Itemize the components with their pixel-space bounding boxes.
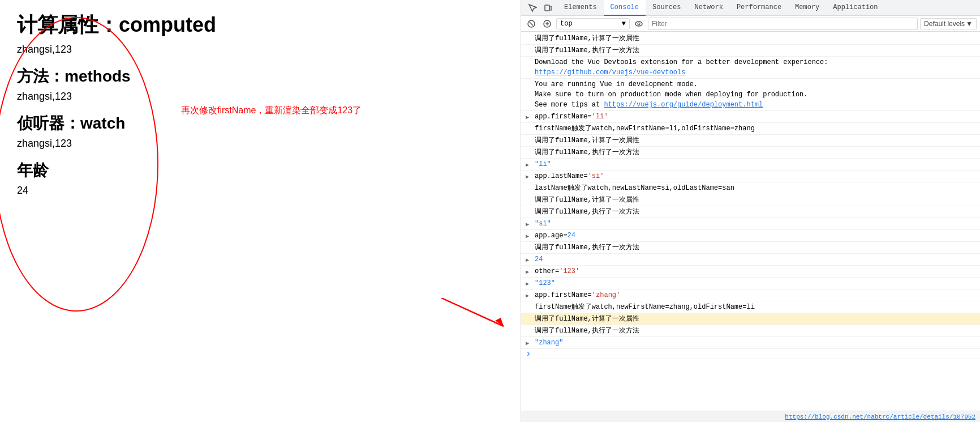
console-line-value-24[interactable]: 24 (521, 254, 980, 266)
console-line: lastName触发了watch,newLastName=si,oldLastN… (521, 182, 980, 194)
heading-computed: 计算属性：computed (17, 11, 504, 39)
console-line: 调用了fullName,执行了一次方法 (521, 45, 980, 57)
console-line: 调用了fullName,执行了一次方法 (521, 325, 980, 337)
value-age: 24 (17, 185, 504, 197)
tab-performance[interactable]: Performance (730, 0, 788, 16)
console-input-line[interactable] (521, 349, 980, 359)
context-selector[interactable]: top ▼ (556, 18, 630, 29)
svg-line-5 (530, 22, 533, 25)
devtools-tab-bar: Elements Console Sources Network Perform… (521, 0, 980, 16)
console-line-value-si[interactable]: "si" (521, 218, 980, 230)
devtools-left-icons (526, 1, 555, 15)
heading-methods: 方法：methods (17, 66, 504, 87)
tab-elements[interactable]: Elements (557, 0, 604, 16)
console-line-devtools-link: Download the Vue Devtools extension for … (521, 57, 980, 79)
inspect-icon[interactable] (526, 1, 539, 15)
value-watch: zhangsi,123 (17, 138, 504, 150)
vue-deployment-link[interactable]: https://vuejs.org/guide/deployment.html (604, 101, 763, 109)
svg-point-9 (635, 22, 642, 26)
value-methods: zhangsi,123 (17, 91, 504, 103)
devtools-panel: Elements Console Sources Network Perform… (521, 0, 980, 422)
svg-point-10 (638, 23, 640, 25)
console-line: 调用了fullName,计算了一次属性 (521, 135, 980, 147)
left-panel: 再次修改firstName，重新渲染全部变成123了 计算属性：computed… (0, 0, 521, 422)
svg-line-0 (441, 298, 504, 326)
console-line: You are running Vue in development mode.… (521, 79, 980, 111)
eye-icon[interactable] (632, 17, 646, 31)
statusbar-link[interactable]: https://blog.csdn.net/nabtrc/article/det… (785, 414, 975, 420)
console-line-expandable[interactable]: app.age=24 (521, 230, 980, 242)
console-line: 调用了fullName,执行了一次方法 (521, 206, 980, 218)
tab-application[interactable]: Application (826, 0, 884, 16)
tab-memory[interactable]: Memory (788, 0, 826, 16)
device-toolbar-icon[interactable] (541, 1, 555, 15)
tab-sources[interactable]: Sources (646, 0, 687, 16)
console-line-highlighted: 调用了fullName,计算了一次属性 (521, 313, 980, 325)
preserve-log-icon[interactable] (540, 17, 554, 31)
console-toolbar: top ▼ Default levels ▼ (521, 16, 980, 32)
console-line: 调用了fullName,执行了一次方法 (521, 147, 980, 159)
console-line: 调用了fullName,执行了一次方法 (521, 242, 980, 254)
devtools-statusbar: https://blog.csdn.net/nabtrc/article/det… (521, 411, 980, 422)
default-levels-button[interactable]: Default levels ▼ (920, 18, 977, 29)
console-line-value-li[interactable]: "li" (521, 159, 980, 170)
clear-console-icon[interactable] (525, 17, 538, 31)
console-line-expandable[interactable]: app.firstName='li' (521, 111, 980, 123)
console-line-value-zhang[interactable]: "zhang" (521, 337, 980, 349)
svg-rect-3 (550, 6, 552, 10)
red-arrow-annotation (441, 298, 509, 334)
tab-network[interactable]: Network (687, 0, 729, 16)
console-line-value-123[interactable]: "123" (521, 278, 980, 289)
console-line: firstName触发了watch,newFirstName=li,oldFir… (521, 123, 980, 135)
svg-rect-2 (545, 5, 549, 11)
annotation-text: 再次修改firstName，重新渲染全部变成123了 (181, 105, 362, 117)
console-output[interactable]: 调用了fullName,计算了一次属性 调用了fullName,执行了一次方法 … (521, 32, 980, 411)
console-line: firstName触发了watch,newFirstName=zhang,old… (521, 301, 980, 313)
console-line: 调用了fullName,计算了一次属性 (521, 194, 980, 206)
filter-input[interactable] (648, 18, 918, 30)
value-computed: zhangsi,123 (17, 44, 504, 56)
heading-age: 年龄 (17, 160, 504, 181)
devtools-link[interactable]: https://github.com/vuejs/vue-devtools (535, 69, 685, 76)
console-line-expandable[interactable]: app.firstName='zhang' (521, 289, 980, 301)
console-line-expandable[interactable]: other='123' (521, 266, 980, 278)
console-line-expandable[interactable]: app.lastName='si' (521, 170, 980, 182)
console-line: 调用了fullName,计算了一次属性 (521, 33, 980, 45)
tab-console[interactable]: Console (604, 0, 646, 16)
